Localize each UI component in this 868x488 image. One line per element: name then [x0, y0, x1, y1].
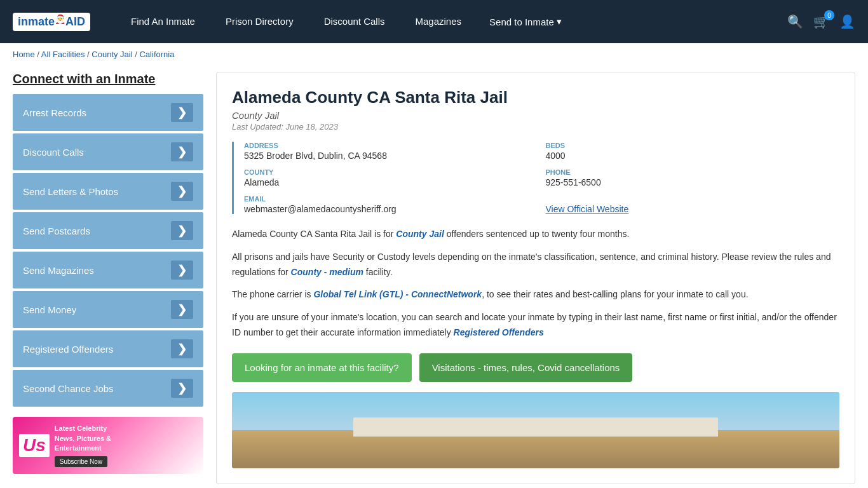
breadcrumb: Home / All Facilities / County Jail / Ca… [0, 43, 868, 65]
email-label: EMAIL [244, 195, 538, 203]
logo-hat-icon: 🎅 [55, 14, 65, 24]
sidebar-arrow-send-magazines: ❯ [171, 261, 193, 280]
desc3-rest: , to see their rates and best-calling pl… [482, 289, 748, 299]
sidebar-label-send-money: Send Money [23, 304, 76, 315]
sidebar-label-send-postcards: Send Postcards [23, 226, 90, 236]
sidebar-arrow-discount-calls: ❯ [171, 142, 193, 161]
facility-beds-block: BEDS 4000 [546, 142, 840, 161]
facility-desc1: Alameda County CA Santa Rita Jail is for… [232, 227, 839, 242]
navbar-links: Find An Inmate Prison Directory Discount… [116, 2, 787, 41]
facility-last-updated: Last Updated: June 18, 2023 [232, 122, 839, 132]
breadcrumb-home[interactable]: Home [13, 50, 35, 59]
logo-inmate-text: inmate [18, 15, 55, 29]
sidebar-label-second-chance-jobs: Second Chance Jobs [23, 383, 114, 394]
ad-subscribe-button[interactable]: Subscribe Now [55, 456, 107, 467]
cart-icon[interactable]: 🛒 0 [813, 14, 829, 29]
visitations-button[interactable]: Visitations - times, rules, Covid cancel… [419, 353, 633, 382]
breadcrumb-all-facilities[interactable]: All Facilities [41, 50, 85, 59]
breadcrumb-county-jail[interactable]: County Jail [92, 50, 132, 59]
sidebar-label-discount-calls: Discount Calls [23, 147, 84, 158]
facility-desc3: The phone carrier is Global Tel Link (GT… [232, 287, 839, 302]
sidebar-item-arrest-records[interactable]: Arrest Records ❯ [13, 94, 203, 131]
address-label: ADDRESS [244, 142, 538, 149]
sidebar-arrow-arrest-records: ❯ [171, 103, 193, 122]
sidebar-title: Connect with an Inmate [13, 72, 203, 86]
facility-email-block: EMAIL webmaster@alamedacountysheriff.org [244, 195, 538, 214]
facility-desc4: If you are unsure of your inmate's locat… [232, 310, 839, 341]
phone-value: 925-551-6500 [546, 177, 840, 187]
facility-content: Alameda County CA Santa Rita Jail County… [216, 72, 855, 484]
ad-logo: Us [19, 434, 50, 457]
facility-info-grid: ADDRESS 5325 Broder Blvd, Dublin, CA 945… [232, 142, 839, 214]
sidebar-item-send-postcards[interactable]: Send Postcards ❯ [13, 212, 203, 249]
county-value: Alameda [244, 177, 538, 187]
facility-desc2: All prisons and jails have Security or C… [232, 250, 839, 280]
sidebar-item-send-letters[interactable]: Send Letters & Photos ❯ [13, 173, 203, 210]
sidebar-label-send-magazines: Send Magazines [23, 265, 94, 276]
sidebar-label-arrest-records: Arrest Records [23, 107, 86, 118]
facility-county-block: COUNTY Alameda [244, 168, 538, 187]
main-content: Connect with an Inmate Arrest Records ❯ … [0, 65, 868, 488]
facility-type: County Jail [232, 110, 839, 121]
facility-card: Alameda County CA Santa Rita Jail County… [216, 72, 855, 484]
sidebar-item-registered-offenders[interactable]: Registered Offenders ❯ [13, 330, 203, 367]
facility-title: Alameda County CA Santa Rita Jail [232, 88, 839, 107]
nav-prison-directory[interactable]: Prison Directory [210, 2, 309, 41]
desc3-text: The phone carrier is [232, 289, 313, 299]
chevron-down-icon: ▾ [557, 16, 562, 27]
navbar-icons: 🔍 🛒 0 👤 [787, 14, 855, 29]
action-buttons: Looking for an inmate at this facility? … [232, 353, 839, 382]
sidebar-item-send-magazines[interactable]: Send Magazines ❯ [13, 252, 203, 288]
county-medium-link[interactable]: County - medium [291, 267, 363, 277]
nav-discount-calls[interactable]: Discount Calls [309, 2, 400, 41]
nav-send-to-inmate-label: Send to Inmate [489, 17, 554, 27]
facility-website-block: View Official Website [546, 195, 840, 214]
ad-content: Latest CelebrityNews, Pictures &Entertai… [55, 424, 111, 466]
sidebar-item-second-chance-jobs[interactable]: Second Chance Jobs ❯ [13, 370, 203, 407]
sidebar-menu: Arrest Records ❯ Discount Calls ❯ Send L… [13, 94, 203, 407]
sidebar-arrow-second-chance-jobs: ❯ [171, 379, 193, 398]
facility-building [353, 417, 718, 437]
logo[interactable]: inmate 🎅 AID [13, 13, 90, 31]
facility-address-block: ADDRESS 5325 Broder Blvd, Dublin, CA 945… [244, 142, 538, 161]
registered-offenders-link[interactable]: Registered Offenders [454, 327, 544, 337]
nav-send-to-inmate[interactable]: Send to Inmate ▾ [477, 2, 574, 41]
sidebar-arrow-registered-offenders: ❯ [171, 339, 193, 358]
sidebar-item-discount-calls[interactable]: Discount Calls ❯ [13, 133, 203, 170]
sidebar-item-send-money[interactable]: Send Money ❯ [13, 291, 203, 328]
nav-find-inmate[interactable]: Find An Inmate [116, 2, 210, 41]
desc2-rest: facility. [363, 267, 393, 277]
advertisement[interactable]: Us Latest CelebrityNews, Pictures &Enter… [13, 417, 203, 474]
user-icon[interactable]: 👤 [839, 14, 855, 29]
facility-image [232, 392, 839, 468]
search-icon[interactable]: 🔍 [787, 14, 803, 29]
logo-aid-text: AID [65, 15, 85, 29]
desc1-text: Alameda County CA Santa Rita Jail is for [232, 229, 396, 239]
desc1-rest: offenders sentenced up to twenty four mo… [444, 229, 630, 239]
nav-magazines[interactable]: Magazines [400, 2, 477, 41]
breadcrumb-california[interactable]: California [139, 50, 174, 59]
ad-headline: Latest CelebrityNews, Pictures &Entertai… [55, 424, 111, 453]
looking-for-inmate-button[interactable]: Looking for an inmate at this facility? [232, 353, 412, 382]
address-value: 5325 Broder Blvd, Dublin, CA 94568 [244, 151, 538, 161]
sidebar-arrow-send-postcards: ❯ [171, 221, 193, 240]
sidebar: Connect with an Inmate Arrest Records ❯ … [13, 72, 203, 484]
phone-label: PHONE [546, 168, 840, 176]
beds-label: BEDS [546, 142, 840, 149]
navbar: inmate 🎅 AID Find An Inmate Prison Direc… [0, 0, 868, 43]
website-label [546, 195, 840, 203]
facility-website-link[interactable]: View Official Website [546, 204, 629, 214]
sidebar-label-registered-offenders: Registered Offenders [23, 344, 113, 355]
beds-value: 4000 [546, 151, 840, 161]
sidebar-arrow-send-letters: ❯ [171, 182, 193, 201]
sidebar-arrow-send-money: ❯ [171, 300, 193, 319]
cart-badge: 0 [824, 10, 834, 20]
county-jail-link[interactable]: County Jail [396, 229, 444, 239]
email-value: webmaster@alamedacountysheriff.org [244, 204, 538, 214]
facility-phone-block: PHONE 925-551-6500 [546, 168, 840, 187]
county-label: COUNTY [244, 168, 538, 176]
gtl-link[interactable]: Global Tel Link (GTL) - ConnectNetwork [313, 289, 482, 299]
sidebar-label-send-letters: Send Letters & Photos [23, 186, 118, 197]
